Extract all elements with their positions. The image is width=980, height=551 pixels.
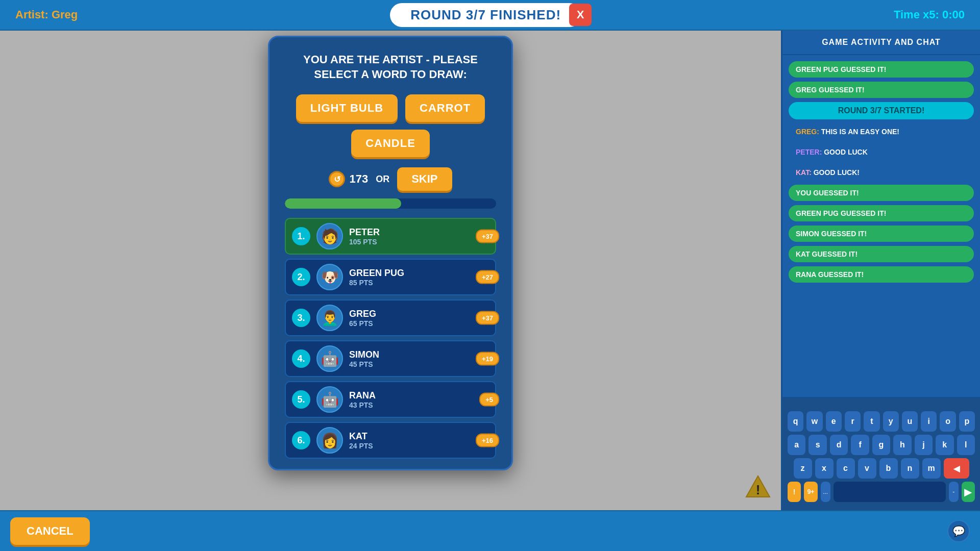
- player-info-peter: PETER 105 PTS: [349, 227, 489, 246]
- right-panel: GAME ACTIVITY AND CHAT GREEN PUG GUESSED…: [781, 31, 980, 510]
- key-r[interactable]: r: [845, 411, 861, 432]
- key-d[interactable]: d: [830, 435, 848, 455]
- key-dash[interactable]: -: [949, 482, 959, 502]
- list-item: SIMON GUESSED IT!: [789, 226, 974, 242]
- player-name-greenpug: GREEN PUG: [349, 268, 489, 279]
- artist-name: Greg: [52, 8, 78, 21]
- list-item: GREG: THIS IS AN EASY ONE!: [789, 123, 974, 140]
- list-item: GREEN PUG GUESSED IT!: [789, 205, 974, 221]
- key-k[interactable]: k: [936, 435, 953, 455]
- avatar-greenpug: [316, 264, 343, 290]
- keyboard-area: q w e r t y u i o p a s d f g h j k: [782, 397, 980, 510]
- key-q[interactable]: q: [788, 411, 803, 432]
- keyboard-row-1: q w e r t y u i o p: [788, 411, 975, 432]
- coin-icon: ↺: [329, 171, 345, 187]
- key-t[interactable]: t: [864, 411, 879, 432]
- table-row: 3. GREG 65 PTS +37: [285, 299, 496, 336]
- key-w[interactable]: w: [806, 411, 822, 432]
- key-b[interactable]: b: [879, 458, 898, 479]
- list-item: KAT GUESSED IT!: [789, 246, 974, 262]
- main-content: YOU ARE THE ARTIST - PLEASE SELECT A WOR…: [0, 31, 980, 510]
- chat-header: GAME ACTIVITY AND CHAT: [782, 31, 980, 55]
- modal-overlay: YOU ARE THE ARTIST - PLEASE SELECT A WOR…: [0, 31, 781, 510]
- canvas-area: YOU ARE THE ARTIST - PLEASE SELECT A WOR…: [0, 31, 781, 510]
- artist-info: Artist: Greg: [15, 8, 78, 21]
- key-m[interactable]: m: [922, 458, 941, 479]
- list-item: GREEN PUG GUESSED IT!: [789, 61, 974, 78]
- special-exclamation-key[interactable]: !: [788, 482, 801, 502]
- key-dots[interactable]: ...: [821, 482, 830, 502]
- player-pts-greg: 65 PTS: [349, 319, 489, 328]
- avatar-simon: [316, 345, 343, 372]
- badge-simon: +19: [476, 352, 499, 366]
- backspace-key[interactable]: ◀: [944, 458, 969, 479]
- player-info-kat: KAT 24 PTS: [349, 431, 489, 450]
- keyboard-row-3: z x c v b n m ◀: [788, 458, 975, 479]
- player-info-greenpug: GREEN PUG 85 PTS: [349, 268, 489, 287]
- player-info-simon: SIMON 45 PTS: [349, 349, 489, 368]
- or-label: OR: [376, 174, 389, 185]
- rank-5: 5.: [292, 390, 310, 409]
- table-row: 6. KAT 24 PTS +16: [285, 422, 496, 459]
- key-p[interactable]: p: [959, 411, 975, 432]
- key-z[interactable]: z: [794, 458, 812, 479]
- player-pts-rana: 43 PTS: [349, 401, 489, 409]
- rank-3: 3.: [292, 309, 310, 327]
- key-j[interactable]: j: [915, 435, 933, 455]
- key-u[interactable]: u: [902, 411, 918, 432]
- keyboard-divider: [788, 405, 975, 406]
- key-a[interactable]: a: [788, 435, 805, 455]
- artist-label: Artist:: [15, 8, 48, 21]
- modal-title: YOU ARE THE ARTIST - PLEASE SELECT A WOR…: [285, 53, 496, 82]
- progress-bar-fill: [285, 198, 401, 209]
- submit-button[interactable]: ▶: [962, 482, 975, 502]
- time-display: Time x5: 0:00: [894, 8, 965, 21]
- list-item: GREG GUESSED IT!: [789, 82, 974, 98]
- key-y[interactable]: y: [883, 411, 899, 432]
- avatar-peter: [316, 223, 343, 249]
- table-row: 5. RANA 43 PTS +5: [285, 381, 496, 418]
- round-title: ROUND 3/7 FINISHED! X: [390, 3, 581, 27]
- key-v[interactable]: v: [858, 458, 876, 479]
- avatar-rana: [316, 386, 343, 413]
- key-i[interactable]: i: [921, 411, 937, 432]
- close-button[interactable]: X: [569, 4, 592, 26]
- word-button-light-bulb[interactable]: LIGHT BULB: [296, 94, 398, 122]
- special-emoji-key[interactable]: 9+: [804, 482, 817, 502]
- rank-4: 4.: [292, 349, 310, 368]
- table-row: 4. SIMON 45 PTS +19: [285, 340, 496, 377]
- key-o[interactable]: o: [940, 411, 955, 432]
- chat-bubble-button[interactable]: 💬: [947, 520, 970, 542]
- player-info-rana: RANA 43 PTS: [349, 390, 489, 409]
- guess-input[interactable]: [834, 482, 946, 502]
- key-f[interactable]: f: [851, 435, 869, 455]
- key-s[interactable]: s: [808, 435, 826, 455]
- leaderboard: 1. PETER 105 PTS +37 2. GREEN PUG: [285, 218, 496, 459]
- player-name-rana: RANA: [349, 390, 489, 401]
- word-buttons-row2: CANDLE: [285, 130, 496, 157]
- key-n[interactable]: n: [901, 458, 919, 479]
- key-e[interactable]: e: [826, 411, 842, 432]
- progress-bar: [285, 198, 496, 209]
- player-name-peter: PETER: [349, 227, 489, 238]
- word-button-candle[interactable]: CANDLE: [351, 130, 430, 157]
- word-select-modal: YOU ARE THE ARTIST - PLEASE SELECT A WOR…: [268, 36, 513, 470]
- sender-peter: PETER:: [796, 148, 822, 156]
- skip-button[interactable]: SKIP: [397, 167, 452, 191]
- key-h[interactable]: h: [893, 435, 911, 455]
- key-g[interactable]: g: [872, 435, 890, 455]
- list-item: KAT: GOOD LUCK!: [789, 164, 974, 181]
- table-row: 2. GREEN PUG 85 PTS +27: [285, 259, 496, 295]
- word-button-carrot[interactable]: CARROT: [405, 94, 485, 122]
- badge-greg: +37: [476, 311, 499, 325]
- key-x[interactable]: x: [815, 458, 834, 479]
- badge-greenpug: +27: [476, 270, 499, 284]
- player-pts-simon: 45 PTS: [349, 360, 489, 368]
- cancel-button[interactable]: CANCEL: [10, 517, 90, 545]
- badge-rana: +5: [479, 393, 499, 407]
- keyboard-row-4: ! 9+ ... - ▶: [788, 482, 975, 502]
- avatar-kat: [316, 427, 343, 454]
- key-c[interactable]: c: [837, 458, 855, 479]
- key-l[interactable]: l: [957, 435, 975, 455]
- top-bar: Artist: Greg ROUND 3/7 FINISHED! X Time …: [0, 0, 980, 31]
